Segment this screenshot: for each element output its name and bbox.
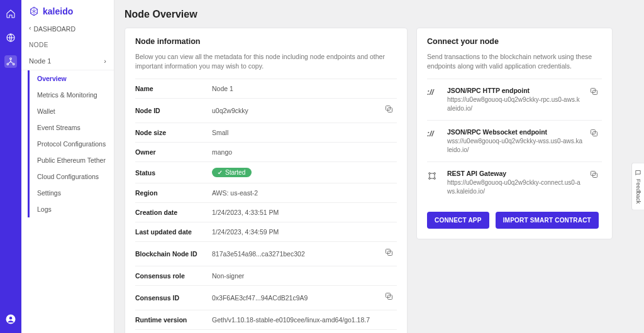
- value-node-size: Small: [212, 129, 228, 136]
- label-name: Name: [135, 85, 212, 92]
- node-info-subtitle: Below you can view all the metadata for …: [135, 52, 397, 71]
- sidebar-item-event-streams[interactable]: Event Streams: [30, 119, 114, 136]
- import-contract-button[interactable]: IMPORT SMART CONTRACT: [496, 212, 599, 229]
- sidebar-item-metrics[interactable]: Metrics & Monitoring: [30, 87, 114, 103]
- sidebar-subnav: Overview Metrics & Monitoring Wallet Eve…: [28, 70, 114, 217]
- chevron-left-icon: ›: [29, 25, 31, 33]
- row-user-accounts: User accounts Address | 0x3f6ae3cf47d7d3…: [135, 329, 397, 333]
- copy-icon[interactable]: [589, 128, 602, 141]
- feedback-tab[interactable]: Feedback: [631, 163, 644, 211]
- label-cid: Consensus ID: [135, 294, 212, 302]
- connect-title: Connect your node: [427, 37, 602, 46]
- copy-icon[interactable]: [384, 248, 397, 260]
- feedback-label: Feedback: [635, 179, 641, 204]
- copy-icon[interactable]: [589, 87, 602, 99]
- node-info-card: Node information Below you can view all …: [125, 28, 408, 333]
- svg-point-3: [13, 63, 14, 65]
- connect-app-button[interactable]: CONNECT APP: [427, 212, 489, 229]
- endpoint-rest: REST API Gateway https://u0ew8gouoq-u0q2…: [427, 161, 602, 203]
- label-region: Region: [135, 189, 212, 197]
- node-info-title: Node information: [135, 37, 397, 46]
- label-creation: Creation date: [135, 209, 212, 216]
- api-icon: [427, 170, 441, 183]
- svg-point-22: [434, 178, 436, 180]
- svg-point-19: [429, 173, 431, 175]
- home-icon[interactable]: [4, 8, 17, 20]
- value-crole: Non-signer: [212, 272, 244, 280]
- svg-point-20: [434, 173, 436, 175]
- sidebar-item-overview[interactable]: Overview: [30, 70, 114, 87]
- row-consensus-id: Consensus ID 0x3F6AE3cf47...94ACdB21c9A9: [135, 285, 397, 310]
- row-creation: Creation date 1/24/2023, 4:33:51 PM: [135, 202, 397, 222]
- value-cid: 0x3F6AE3cf47...94ACdB21c9A9: [212, 294, 308, 302]
- svg-point-5: [9, 317, 13, 320]
- node-selector-label: Node 1: [29, 57, 51, 65]
- row-status: Status Started: [135, 161, 397, 183]
- row-region: Region AWS: us-east-2: [135, 183, 397, 202]
- endpoint-url: wss://u0ew8gouoq-u0q2w9ckky-wss.us0-aws.…: [447, 137, 583, 154]
- connect-subtitle: Send transactions to the blockchain netw…: [427, 52, 602, 71]
- brand-name: kaleido: [43, 6, 73, 16]
- brand-logo[interactable]: kaleido: [21, 0, 114, 21]
- value-region: AWS: us-east-2: [212, 189, 258, 197]
- label-runtime: Runtime version: [135, 316, 212, 324]
- value-bnode-id: 817a3e514a98...ca3271bec302: [212, 250, 305, 258]
- value-name: Node 1: [212, 85, 233, 92]
- value-updated: 1/24/2023, 4:34:59 PM: [212, 228, 279, 236]
- endpoint-title: REST API Gateway: [447, 170, 583, 177]
- row-node-id: Node ID u0q2w9ckky: [135, 98, 397, 123]
- row-name: Name Node 1: [135, 79, 397, 98]
- connect-card: Connect your node Send transactions to t…: [416, 28, 613, 239]
- value-owner: mango: [212, 148, 232, 156]
- endpoint-url: https://u0ew8gouoq-u0q2w9ckky-rpc.us0-aw…: [447, 96, 583, 112]
- connect-buttons: CONNECT APP IMPORT SMART CONTRACT: [427, 212, 602, 229]
- label-node-id: Node ID: [135, 107, 212, 114]
- row-blockchain-node-id: Blockchain Node ID 817a3e514a98...ca3271…: [135, 241, 397, 266]
- value-creation: 1/24/2023, 4:33:51 PM: [212, 209, 279, 216]
- sidebar: kaleido › DASHBOARD NODE Node 1 › Overvi…: [21, 0, 114, 333]
- page-title: Node Overview: [125, 6, 634, 28]
- status-badge: Started: [212, 168, 252, 177]
- svg-point-21: [429, 178, 431, 180]
- label-bnode-id: Blockchain Node ID: [135, 250, 212, 258]
- svg-point-1: [10, 58, 12, 60]
- copy-icon[interactable]: [384, 292, 397, 304]
- endpoint-http: :// JSON/RPC HTTP endpoint https://u0ew8…: [427, 79, 602, 120]
- panels: Node information Below you can view all …: [125, 28, 634, 333]
- protocol-icon: ://: [427, 87, 441, 97]
- sidebar-item-cloud-config[interactable]: Cloud Configurations: [30, 168, 114, 185]
- chevron-right-icon: ›: [104, 57, 106, 65]
- label-node-size: Node size: [135, 129, 212, 136]
- label-owner: Owner: [135, 148, 212, 156]
- sidebar-item-wallet[interactable]: Wallet: [30, 103, 114, 119]
- endpoint-url: https://u0ew8gouoq-u0q2w9ckky-connect.us…: [447, 178, 583, 195]
- row-owner: Owner mango: [135, 142, 397, 161]
- svg-point-2: [7, 63, 9, 65]
- app-root: kaleido › DASHBOARD NODE Node 1 › Overvi…: [0, 0, 644, 333]
- copy-icon[interactable]: [589, 170, 602, 182]
- sidebar-item-logs[interactable]: Logs: [30, 201, 114, 217]
- row-consensus-role: Consensus role Non-signer: [135, 266, 397, 285]
- protocol-icon: ://: [427, 128, 441, 138]
- sidebar-item-settings[interactable]: Settings: [30, 185, 114, 201]
- status-text: Started: [225, 169, 245, 176]
- breadcrumb-back[interactable]: › DASHBOARD: [21, 21, 114, 36]
- node-selector[interactable]: Node 1 ›: [21, 52, 114, 70]
- label-crole: Consensus role: [135, 272, 212, 280]
- network-icon[interactable]: [4, 55, 17, 68]
- value-runtime: Geth/v1.10.18-stable-e0109cee/linux-amd6…: [212, 316, 370, 324]
- row-runtime: Runtime version Geth/v1.10.18-stable-e01…: [135, 310, 397, 329]
- row-updated: Last updated date 1/24/2023, 4:34:59 PM: [135, 222, 397, 241]
- nav-rail: [0, 0, 21, 333]
- row-node-size: Node size Small: [135, 123, 397, 142]
- label-status: Status: [135, 169, 212, 177]
- value-node-id: u0q2w9ckky: [212, 107, 248, 114]
- copy-icon[interactable]: [384, 104, 397, 117]
- breadcrumb-label: DASHBOARD: [34, 25, 76, 33]
- sidebar-item-eth-tether[interactable]: Public Ethereum Tether: [30, 152, 114, 168]
- globe-icon[interactable]: [4, 31, 17, 44]
- main-content: Node Overview Node information Below you…: [114, 0, 644, 333]
- section-label: NODE: [21, 36, 114, 52]
- user-avatar-icon[interactable]: [4, 313, 17, 325]
- sidebar-item-protocol-config[interactable]: Protocol Configurations: [30, 136, 114, 152]
